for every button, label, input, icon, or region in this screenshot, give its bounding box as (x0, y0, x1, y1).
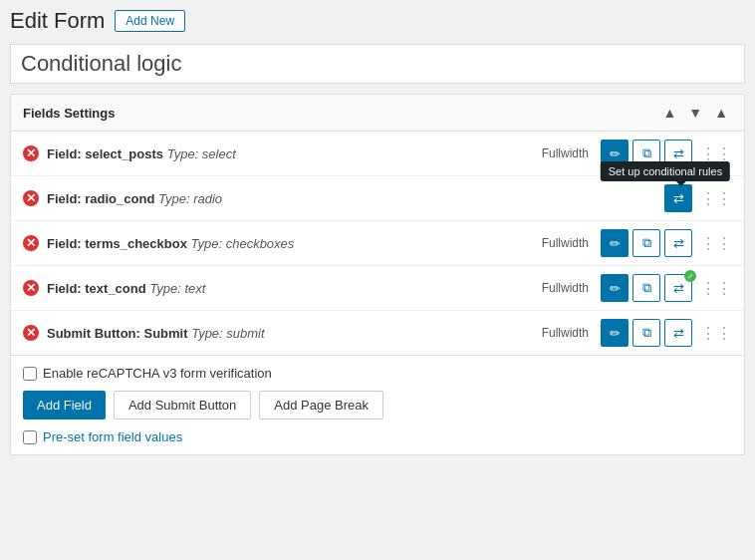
table-row: ✕ Field: select_posts Type: select Fullw… (11, 132, 744, 176)
duplicate-field-1-button[interactable]: ⧉ (632, 140, 660, 167)
svg-text:✕: ✕ (26, 326, 36, 340)
conditional-active-badge-4: ✓ (684, 270, 696, 282)
table-row: ✕ Submit Button: Submit Type: submit Ful… (11, 311, 744, 355)
conditional-field-1-button[interactable]: ⇄ (664, 140, 692, 167)
field-5-actions: ✏ ⧉ ⇄ ⋮⋮ (601, 319, 732, 347)
form-name-input[interactable] (10, 44, 745, 84)
panel-header-controls: ▲ ▼ ▲ (658, 103, 732, 123)
field-4-label: Field: text_cond Type: text (47, 281, 534, 296)
panel-header-title: Fields Settings (23, 106, 115, 121)
edit-field-4-button[interactable]: ✏ (601, 274, 629, 302)
remove-field-5-button[interactable]: ✕ (23, 325, 39, 341)
field-3-width: Fullwidth (542, 236, 589, 250)
recaptcha-checkbox[interactable] (23, 367, 37, 381)
preset-link[interactable]: Pre-set form field values (43, 429, 182, 444)
add-submit-button[interactable]: Add Submit Button (114, 391, 251, 420)
toggle-panel-button[interactable]: ▲ (710, 103, 732, 123)
edit-field-1-button[interactable]: ✏ (601, 140, 629, 167)
duplicate-field-5-button[interactable]: ⧉ (632, 319, 660, 347)
field-4-actions: ✏ ⧉ ⇄ ✓ ⋮⋮ (601, 274, 732, 302)
svg-text:✕: ✕ (26, 236, 36, 250)
field-2-label: Field: radio_cond Type: radio (47, 191, 644, 206)
field-3-label: Field: terms_checkbox Type: checkboxes (47, 236, 534, 251)
panel-header: Fields Settings ▲ ▼ ▲ (11, 95, 744, 132)
collapse-down-button[interactable]: ▼ (684, 103, 706, 123)
preset-checkbox[interactable] (23, 430, 37, 444)
add-field-button[interactable]: Add Field (23, 391, 106, 420)
edit-field-3-button[interactable]: ✏ (601, 229, 629, 257)
duplicate-field-3-button[interactable]: ⧉ (632, 229, 660, 257)
conditional-field-2-wrapper: ⇄ Set up conditional rules (664, 184, 692, 212)
drag-handle-1[interactable]: ⋮⋮ (700, 144, 732, 163)
recaptcha-label: Enable reCAPTCHA v3 form verification (43, 366, 272, 381)
action-buttons-row: Add Field Add Submit Button Add Page Bre… (23, 391, 732, 420)
recaptcha-row: Enable reCAPTCHA v3 form verification (23, 366, 732, 381)
fields-list: ✕ Field: select_posts Type: select Fullw… (11, 132, 744, 355)
page-title: Edit Form (10, 8, 105, 34)
table-row: ✕ Field: text_cond Type: text Fullwidth … (11, 266, 744, 311)
preset-row: Pre-set form field values (23, 429, 732, 444)
conditional-field-2-button[interactable]: ⇄ (664, 184, 692, 212)
main-panel: Fields Settings ▲ ▼ ▲ ✕ Field: select_po… (10, 94, 745, 455)
drag-handle-4[interactable]: ⋮⋮ (700, 279, 732, 298)
edit-field-5-button[interactable]: ✏ (601, 319, 629, 347)
field-1-actions: ✏ ⧉ ⇄ ⋮⋮ (601, 140, 732, 167)
field-3-actions: ✏ ⧉ ⇄ ⋮⋮ (601, 229, 732, 257)
svg-text:✕: ✕ (26, 191, 36, 205)
add-page-break-button[interactable]: Add Page Break (259, 391, 383, 420)
field-2-actions: ⇄ Set up conditional rules ⋮⋮ (664, 184, 732, 212)
table-row: ✕ Field: radio_cond Type: radio ⇄ Set up… (11, 176, 744, 221)
svg-text:✕: ✕ (26, 146, 36, 160)
field-1-width: Fullwidth (542, 146, 589, 160)
svg-text:✕: ✕ (26, 281, 36, 295)
field-5-width: Fullwidth (542, 326, 589, 340)
remove-field-1-button[interactable]: ✕ (23, 145, 39, 161)
conditional-field-3-button[interactable]: ⇄ (664, 229, 692, 257)
drag-handle-2[interactable]: ⋮⋮ (700, 189, 732, 208)
drag-handle-3[interactable]: ⋮⋮ (700, 234, 732, 253)
conditional-field-5-button[interactable]: ⇄ (664, 319, 692, 347)
field-5-label: Submit Button: Submit Type: submit (47, 326, 534, 341)
remove-field-4-button[interactable]: ✕ (23, 280, 39, 296)
duplicate-field-4-button[interactable]: ⧉ (632, 274, 660, 302)
collapse-up-button[interactable]: ▲ (658, 103, 680, 123)
field-1-label: Field: select_posts Type: select (47, 146, 534, 161)
field-4-width: Fullwidth (542, 281, 589, 295)
drag-handle-5[interactable]: ⋮⋮ (700, 324, 732, 343)
add-new-button[interactable]: Add New (115, 10, 185, 32)
remove-field-3-button[interactable]: ✕ (23, 235, 39, 251)
bottom-bar: Enable reCAPTCHA v3 form verification Ad… (11, 355, 744, 454)
remove-field-2-button[interactable]: ✕ (23, 190, 39, 206)
table-row: ✕ Field: terms_checkbox Type: checkboxes… (11, 221, 744, 266)
conditional-field-4-wrapper: ⇄ ✓ (664, 274, 692, 302)
